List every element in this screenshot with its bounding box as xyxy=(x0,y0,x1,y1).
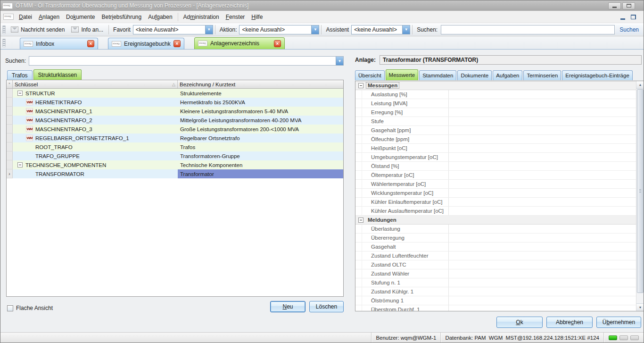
tab-bersicht[interactable]: Übersicht xyxy=(355,70,385,80)
grid-row-value[interactable] xyxy=(449,305,636,311)
scroll-up-icon[interactable]: ▲ xyxy=(636,81,644,89)
tab-strukturklassen[interactable]: Strukturklassen xyxy=(33,69,82,80)
cell-bezeichnung[interactable]: Transformatoren-Gruppe xyxy=(178,151,343,160)
grid-row-value[interactable] xyxy=(449,207,636,215)
grid-row-value[interactable] xyxy=(449,296,636,305)
tab-dokumente[interactable]: Dokumente xyxy=(457,70,492,80)
table-row[interactable]: HERMETIKTRAFOHermetiktrafo bis 2500KVA xyxy=(7,98,343,107)
grid-row[interactable]: Erregung [%] xyxy=(355,108,636,117)
table-row[interactable]: ROOT_TRAFOTrafos xyxy=(7,142,343,151)
abbrechen-button[interactable]: Abbrechen xyxy=(546,317,593,328)
grid-row[interactable]: Umgebungstemperatur [oC] xyxy=(355,153,636,162)
row-selector-column-icon[interactable]: * xyxy=(7,80,13,88)
menu-hilfe[interactable]: Hilfe xyxy=(248,12,266,22)
vertical-scrollbar[interactable]: ▲ ▼ xyxy=(636,81,644,311)
cell-bezeichnung[interactable]: Kleinere Leistungstransformatoren 5-40 M… xyxy=(178,107,343,116)
tab-infobox[interactable]: Infobox× xyxy=(20,38,98,49)
grid-row-value[interactable] xyxy=(449,162,636,170)
chevron-down-icon[interactable]: ▼ xyxy=(402,25,410,34)
loeschen-button[interactable]: Löschen xyxy=(309,301,344,312)
grid-row[interactable]: Überstrom Durchf. 1 xyxy=(355,305,636,311)
table-row[interactable]: MASCHINENTRAFO_1Kleinere Leistungstransf… xyxy=(7,107,343,116)
table-row[interactable]: MASCHINENTRAFO_3Große Leistungstransform… xyxy=(7,125,343,134)
grid-row[interactable]: Auslastung [%] xyxy=(355,90,636,99)
menu-fenster[interactable]: Fenster xyxy=(223,12,248,22)
cell-bezeichnung[interactable]: Große Leistungstransformatoren 200-<1000… xyxy=(178,125,343,134)
grid-row[interactable]: Wicklungstemperatur [oC] xyxy=(355,189,636,198)
toolbar-grip[interactable] xyxy=(2,25,6,34)
grid-row[interactable]: Überlastung xyxy=(355,225,636,234)
grid-row-value[interactable] xyxy=(449,99,636,108)
tab-anlagenverzeichnis[interactable]: Anlagenverzeichnis× xyxy=(194,37,285,49)
favorit-select[interactable]: <keine Auswahl> ▼ xyxy=(133,25,213,34)
grid-row-value[interactable] xyxy=(449,260,636,269)
grid-row[interactable]: Kühler Auslauftemperatur [oC] xyxy=(355,207,636,216)
table-row[interactable]: TRAFO_GRUPPETransformatoren-Gruppe xyxy=(7,151,343,160)
tab-messwerte[interactable]: Messwerte xyxy=(386,69,419,80)
scroll-down-icon[interactable]: ▼ xyxy=(636,303,644,311)
grid-row-value[interactable] xyxy=(449,135,636,143)
menu-anlagen[interactable]: Anlagen xyxy=(35,12,63,22)
grid-row[interactable]: Zustand OLTC xyxy=(355,260,636,269)
suchen-button[interactable]: Suchen xyxy=(616,25,643,34)
grid-row-value[interactable] xyxy=(449,189,636,197)
minimize-window-icon[interactable] xyxy=(608,2,621,9)
collapse-group-icon[interactable] xyxy=(358,218,363,223)
tab-terminserien[interactable]: Terminserien xyxy=(523,70,561,80)
grid-row-value[interactable] xyxy=(449,144,636,152)
menu-administration[interactable]: Administration xyxy=(180,12,223,22)
maximize-window-icon[interactable] xyxy=(622,2,635,9)
neu-button[interactable]: Neu xyxy=(270,301,305,312)
column-header-bezeichnung[interactable]: Bezeichnung / Kurztext xyxy=(178,80,343,88)
grid-row[interactable]: Ölstand [%] xyxy=(355,162,636,171)
group-row-meldungen[interactable]: Meldungen xyxy=(355,216,636,225)
grid-row-value[interactable] xyxy=(449,108,636,117)
grid-row[interactable]: Gasgehalt xyxy=(355,243,636,251)
menu-betriebsf-hrung[interactable]: Betriebsführung xyxy=(98,12,145,22)
grid-row[interactable]: Wählertemperatur [oC] xyxy=(355,180,636,189)
table-row[interactable]: MASCHINENTRAFO_2Mittelgroße Leistungstra… xyxy=(7,116,343,125)
close-icon[interactable]: × xyxy=(274,40,281,47)
chevron-down-icon[interactable]: ▼ xyxy=(336,57,343,65)
grid-row[interactable]: Übererregung xyxy=(355,234,636,243)
grid-row[interactable]: Zustand Luftentfeuchter xyxy=(355,251,636,260)
grid-row[interactable]: Gasgehalt [ppm] xyxy=(355,126,636,135)
grid-row[interactable]: Zustand Wähler xyxy=(355,269,636,278)
grid-row-value[interactable] xyxy=(449,287,636,296)
grid-row-value[interactable] xyxy=(449,126,636,134)
tab-ereignistagebuch-eintr-ge[interactable]: Ereignistagebuch-Einträge xyxy=(562,70,633,80)
cell-bezeichnung[interactable]: Strukturelemente xyxy=(178,89,343,98)
menu-datei[interactable]: Datei xyxy=(16,12,35,22)
grid-row[interactable]: Leistung [MVA] xyxy=(355,99,636,108)
mdi-restore-icon[interactable] xyxy=(631,15,636,19)
grid-row-value[interactable] xyxy=(449,171,636,179)
ok-button[interactable]: Ok xyxy=(496,317,543,328)
tab-aufgaben[interactable]: Aufgaben xyxy=(493,70,522,80)
group-row-messungen[interactable]: Messungen xyxy=(355,81,636,90)
close-icon[interactable]: × xyxy=(173,40,181,47)
grid-row-value[interactable] xyxy=(449,278,636,287)
uebernehmen-button[interactable]: Übernehmen xyxy=(596,317,641,328)
grid-row-value[interactable] xyxy=(449,90,636,99)
grid-row-value[interactable] xyxy=(449,117,636,125)
table-row[interactable]: ›TRANSFORMATORTransformator xyxy=(7,169,343,178)
menu-dokumente[interactable]: Dokumente xyxy=(63,12,98,22)
table-row[interactable]: REGELBARER_ORTSNETZTRAFO_1Regelbarer Ort… xyxy=(7,134,343,142)
collapse-group-icon[interactable] xyxy=(358,83,363,88)
close-icon[interactable]: × xyxy=(87,40,94,47)
grid-row-value[interactable] xyxy=(449,234,636,242)
grid-row-value[interactable] xyxy=(449,269,636,278)
cell-bezeichnung[interactable]: Technische Komponenten xyxy=(178,160,343,169)
send-message-button[interactable]: Nachricht senden xyxy=(8,25,68,34)
tab-stammdaten[interactable]: Stammdaten xyxy=(419,70,456,80)
chevron-down-icon[interactable]: ▼ xyxy=(205,25,213,34)
grid-row-value[interactable] xyxy=(449,243,636,251)
grid-row[interactable]: Stufe xyxy=(355,117,636,126)
collapse-node-icon[interactable] xyxy=(17,162,23,167)
grid-row[interactable]: Heißpunkt [oC] xyxy=(355,144,636,153)
tab-trafos[interactable]: Trafos xyxy=(7,70,33,80)
aktion-select[interactable]: <keine Auswahl> ▼ xyxy=(239,25,319,34)
mdi-minimize-icon[interactable] xyxy=(620,18,625,20)
grid-row-value[interactable] xyxy=(449,198,636,206)
cell-bezeichnung[interactable]: Hermetiktrafo bis 2500KVA xyxy=(178,98,343,107)
